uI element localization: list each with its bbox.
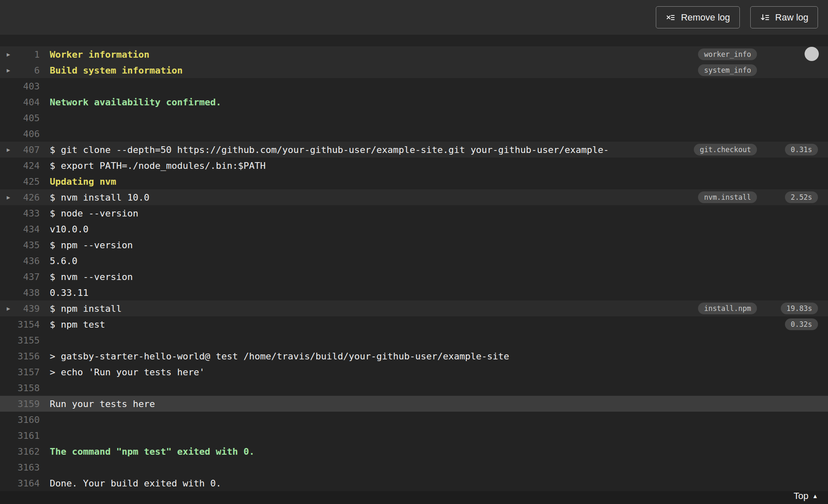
line-number[interactable]: 6	[0, 65, 40, 76]
log-line: ▶ 3164 Done. Your build exited with 0.	[0, 475, 828, 491]
line-number[interactable]: 406	[0, 129, 40, 139]
step-badge: git.checkout	[694, 144, 757, 155]
line-number[interactable]: 3154	[0, 319, 40, 330]
log-line: ▶ 3158	[0, 380, 828, 396]
duration-badge: 19.83s	[781, 303, 818, 314]
log-line: ▶ 405	[0, 110, 828, 126]
line-text: $ npm --version	[50, 240, 828, 250]
log-line: ▶ 434 v10.0.0	[0, 221, 828, 237]
line-text: 5.6.0	[50, 256, 828, 266]
chevron-up-icon: ▲	[812, 493, 818, 499]
toolbar: Remove log Raw log	[0, 0, 828, 35]
step-badge: system_info	[698, 64, 757, 76]
log-line: ▶ 436 5.6.0	[0, 253, 828, 269]
line-text: $ nvm --version	[50, 272, 828, 282]
line-number[interactable]: 404	[0, 97, 40, 107]
line-number[interactable]: 434	[0, 224, 40, 234]
log-line: ▶ 403	[0, 78, 828, 94]
log-line: ▶ 3157 > echo 'Run your tests here'	[0, 364, 828, 380]
log-line: ▶ 407 $ git clone --depth=50 https://git…	[0, 142, 828, 158]
step-badge: install.npm	[698, 303, 757, 314]
log-line: ▶ 3162 The command "npm test" exited wit…	[0, 443, 828, 459]
fold-toggle-icon[interactable]: ▶	[7, 46, 10, 62]
line-text: > gatsby-starter-hello-world@ test /home…	[50, 351, 828, 361]
raw-log-label: Raw log	[775, 12, 808, 23]
remove-log-label: Remove log	[681, 12, 730, 23]
line-number[interactable]: 435	[0, 240, 40, 250]
line-number[interactable]: 438	[0, 288, 40, 298]
log-line: ▶ 437 $ nvm --version	[0, 269, 828, 285]
log-line: ▶ 3160	[0, 412, 828, 428]
line-text: $ node --version	[50, 208, 828, 219]
line-number[interactable]: 3157	[0, 367, 40, 377]
log-line: ▶ 425 Updating nvm	[0, 173, 828, 189]
fold-toggle-icon[interactable]: ▶	[7, 62, 10, 78]
line-text: v10.0.0	[50, 224, 828, 234]
scroll-to-top-link[interactable]: Top ▲	[794, 491, 818, 501]
line-text: Run your tests here	[50, 399, 828, 409]
line-number[interactable]: 3159	[0, 399, 40, 409]
download-log-icon	[760, 13, 770, 23]
line-number[interactable]: 439	[0, 303, 40, 314]
line-number[interactable]: 433	[0, 208, 40, 219]
line-number[interactable]: 3163	[0, 462, 40, 473]
line-number[interactable]: 437	[0, 272, 40, 282]
raw-log-button[interactable]: Raw log	[750, 6, 818, 28]
line-number[interactable]: 3164	[0, 478, 40, 489]
line-number[interactable]: 405	[0, 113, 40, 123]
remove-log-button[interactable]: Remove log	[656, 6, 739, 28]
log-line: ▶ 3163	[0, 459, 828, 475]
fold-toggle-icon[interactable]: ▶	[7, 300, 10, 316]
line-number[interactable]: 426	[0, 192, 40, 203]
line-number[interactable]: 3156	[0, 351, 40, 361]
log-line: ▶ 426 $ nvm install 10.0 nvm.install 2.5…	[0, 189, 828, 205]
step-badge: nvm.install	[698, 191, 757, 203]
line-text: Done. Your build exited with 0.	[50, 478, 828, 489]
line-text: > echo 'Run your tests here'	[50, 367, 828, 377]
line-text: The command "npm test" exited with 0.	[50, 446, 828, 457]
clear-log-icon	[665, 13, 675, 23]
duration-badge: 0.32s	[785, 318, 818, 330]
step-badge: worker_info	[698, 48, 757, 60]
log-line: ▶ 3155	[0, 332, 828, 348]
log-line: ▶ 435 $ npm --version	[0, 237, 828, 253]
line-number[interactable]: 1	[0, 49, 40, 60]
log-line: ▶ 3161	[0, 428, 828, 443]
log-line: ▶ 406	[0, 126, 828, 142]
log-lines: ▶ 1 Worker information worker_info ▶ 6 B…	[0, 35, 828, 491]
line-text: 0.33.11	[50, 288, 828, 298]
duration-badge: 0.31s	[785, 144, 818, 155]
line-number[interactable]: 3160	[0, 415, 40, 425]
line-text: $ export PATH=./node_modules/.bin:$PATH	[50, 160, 828, 171]
log-line: ▶ 439 $ npm install install.npm 19.83s	[0, 300, 828, 316]
line-number[interactable]: 407	[0, 145, 40, 155]
line-text: Network availability confirmed.	[50, 97, 828, 107]
log-line: ▶ 3156 > gatsby-starter-hello-world@ tes…	[0, 348, 828, 364]
scroll-indicator-button[interactable]	[805, 47, 819, 61]
log-line: ▶ 1 Worker information worker_info	[0, 46, 828, 62]
line-number[interactable]: 3161	[0, 430, 40, 441]
log-line: ▶ 3154 $ npm test 0.32s	[0, 316, 828, 332]
line-text: $ npm test	[50, 319, 828, 330]
duration-badge: 2.52s	[785, 191, 818, 203]
log-line: ▶ 424 $ export PATH=./node_modules/.bin:…	[0, 158, 828, 173]
log-line: ▶ 3159 Run your tests here	[0, 396, 828, 412]
line-text: Updating nvm	[50, 176, 828, 187]
line-number[interactable]: 3158	[0, 383, 40, 393]
log-line: ▶ 438 0.33.11	[0, 285, 828, 300]
fold-toggle-icon[interactable]: ▶	[7, 189, 10, 205]
line-number[interactable]: 3155	[0, 335, 40, 346]
log-line: ▶ 404 Network availability confirmed.	[0, 94, 828, 110]
line-number[interactable]: 425	[0, 176, 40, 187]
line-number[interactable]: 3162	[0, 446, 40, 457]
line-number[interactable]: 436	[0, 256, 40, 266]
line-number[interactable]: 403	[0, 81, 40, 92]
log-line: ▶ 433 $ node --version	[0, 205, 828, 221]
line-number[interactable]: 424	[0, 160, 40, 171]
fold-toggle-icon[interactable]: ▶	[7, 142, 10, 158]
top-label: Top	[794, 491, 808, 501]
log-line: ▶ 6 Build system information system_info	[0, 62, 828, 78]
